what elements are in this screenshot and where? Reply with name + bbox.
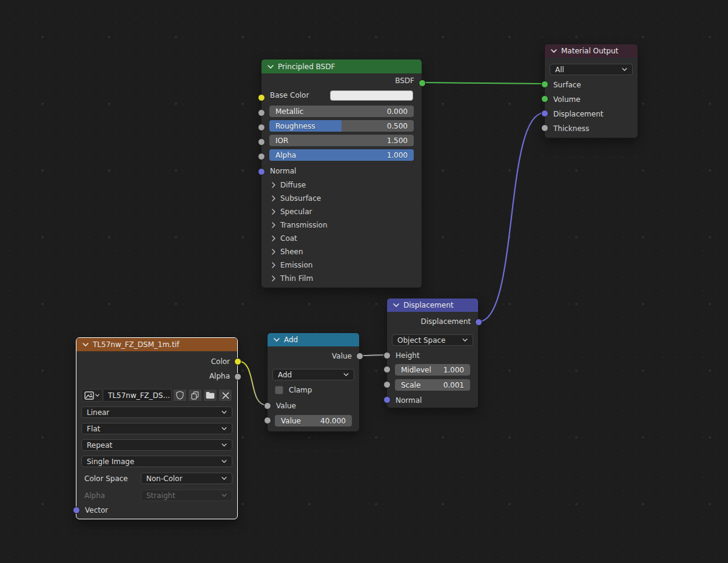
socket-normal-input[interactable]: [383, 396, 391, 403]
chevron-right-icon: [272, 195, 275, 201]
wire-math-to-height[interactable]: [360, 355, 386, 356]
color-space-dropdown[interactable]: Non-Color: [141, 473, 232, 484]
panel-subsurface[interactable]: Subsurface: [261, 192, 422, 205]
alpha-slider[interactable]: Alpha 1.000: [269, 149, 414, 161]
duplicate-button[interactable]: [188, 389, 202, 402]
socket-base-color-input[interactable]: [258, 94, 265, 101]
socket-height-input[interactable]: [383, 352, 391, 359]
chevron-down-icon: [343, 373, 349, 376]
socket-displacement-output[interactable]: [475, 319, 482, 326]
socket-roughness-input[interactable]: [258, 124, 265, 131]
socket-scale-input[interactable]: [383, 381, 391, 388]
normal-input-label: Normal: [270, 167, 296, 175]
extension-dropdown[interactable]: Repeat: [81, 439, 232, 451]
chevron-down-icon[interactable]: [83, 343, 89, 346]
socket-normal-input[interactable]: [258, 168, 265, 175]
fake-user-button[interactable]: [173, 389, 187, 402]
displacement-header[interactable]: Displacement: [387, 298, 478, 312]
panel-transmission[interactable]: Transmission: [261, 218, 422, 232]
scale-slider[interactable]: Scale 0.001: [395, 379, 470, 391]
socket-color-output[interactable]: [234, 358, 241, 365]
value-input-label: Value: [276, 402, 296, 410]
vector-input-label: Vector: [85, 506, 108, 514]
value-slider[interactable]: Value 40.000: [275, 415, 352, 426]
chevron-down-icon: [95, 394, 99, 397]
chevron-down-icon[interactable]: [268, 65, 274, 69]
chevron-down-icon: [462, 339, 468, 342]
bsdf-output-label: BSDF: [395, 76, 414, 85]
panel-emission[interactable]: Emission: [261, 258, 422, 272]
displacement-space-dropdown[interactable]: Object Space: [392, 334, 473, 346]
base-color-swatch[interactable]: [330, 90, 413, 101]
chevron-down-icon: [221, 460, 227, 463]
socket-midlevel-input[interactable]: [383, 366, 391, 373]
displacement-output-label: Displacement: [421, 317, 471, 326]
node-math-add[interactable]: Add Value Add Clamp Value Value 40.000: [267, 332, 360, 432]
interpolation-dropdown[interactable]: Linear: [81, 406, 232, 418]
socket-value2-input[interactable]: [264, 417, 271, 424]
node-image-texture[interactable]: TL57nw_FZ_DSM_1m.tif Color Alpha TL57nw_…: [76, 337, 238, 519]
socket-alpha-input[interactable]: [258, 153, 265, 160]
wire-displacement-to-output[interactable]: [479, 113, 544, 322]
panel-thin-film[interactable]: Thin Film: [261, 272, 422, 285]
panel-specular[interactable]: Specular: [261, 205, 422, 218]
wire-color-to-math-value[interactable]: [238, 361, 267, 405]
socket-volume-input[interactable]: [541, 95, 548, 103]
roughness-slider[interactable]: Roughness 0.500: [269, 120, 414, 132]
math-add-header[interactable]: Add: [268, 333, 359, 346]
unlink-button[interactable]: [218, 389, 232, 402]
alpha-output-label: Alpha: [209, 372, 230, 380]
principled-bsdf-header[interactable]: Principled BSDF: [261, 59, 422, 73]
chevron-right-icon: [272, 182, 275, 188]
clamp-checkbox[interactable]: [275, 386, 283, 394]
midlevel-slider[interactable]: Midlevel 1.000: [395, 364, 470, 376]
panel-diffuse[interactable]: Diffuse: [261, 178, 422, 192]
panel-coat[interactable]: Coat: [261, 232, 422, 245]
displacement-input-label: Displacement: [553, 110, 604, 118]
panel-sheen[interactable]: Sheen: [261, 245, 422, 258]
chevron-down-icon[interactable]: [393, 303, 399, 307]
socket-displacement-input[interactable]: [541, 110, 548, 117]
value-slider-value: 40.000: [320, 417, 346, 425]
chevron-down-icon[interactable]: [274, 338, 280, 342]
chevron-down-icon: [221, 411, 227, 414]
chevron-down-icon[interactable]: [551, 49, 557, 53]
node-title: TL57nw_FZ_DSM_1m.tif: [93, 340, 179, 349]
socket-value-output[interactable]: [356, 352, 363, 360]
projection-dropdown[interactable]: Flat: [81, 423, 232, 434]
socket-metallic-input[interactable]: [258, 109, 265, 116]
source-dropdown[interactable]: Single Image: [81, 456, 232, 467]
chevron-right-icon: [272, 249, 275, 255]
ior-label: IOR: [275, 137, 288, 145]
socket-vector-input[interactable]: [73, 507, 80, 514]
ior-value: 1.500: [387, 137, 408, 145]
image-name-field[interactable]: TL57nw_FZ_DS...: [104, 389, 172, 402]
chevron-right-icon: [272, 209, 275, 215]
image-texture-header[interactable]: TL57nw_FZ_DSM_1m.tif: [76, 338, 237, 351]
image-browse-button[interactable]: [81, 389, 103, 402]
chevron-down-icon: [221, 427, 227, 430]
socket-alpha-output[interactable]: [234, 373, 241, 380]
node-material-output[interactable]: Material Output All Surface Volume Displ…: [544, 44, 638, 138]
socket-ior-input[interactable]: [258, 138, 265, 146]
node-displacement[interactable]: Displacement Displacement Object Space H…: [386, 298, 479, 408]
socket-bsdf-output[interactable]: [419, 79, 426, 87]
open-image-button[interactable]: [203, 389, 217, 402]
socket-value1-input[interactable]: [264, 402, 271, 410]
node-principled-bsdf[interactable]: Principled BSDF BSDF Base Color Metallic…: [261, 59, 422, 288]
math-operation-dropdown[interactable]: Add: [272, 369, 354, 380]
node-editor-canvas[interactable]: { "colors": { "bg": "#1d1d1d", "node-bg"…: [0, 0, 728, 563]
copy-icon: [191, 391, 199, 400]
metallic-slider[interactable]: Metallic 0.000: [269, 106, 414, 117]
socket-thickness-input[interactable]: [541, 124, 548, 132]
wire-bsdf-to-surface[interactable]: [423, 83, 544, 84]
midlevel-label: Midlevel: [401, 366, 431, 374]
alpha-mode-dropdown[interactable]: Straight: [141, 490, 232, 501]
ior-slider[interactable]: IOR 1.500: [269, 135, 414, 146]
output-target-dropdown[interactable]: All: [550, 64, 633, 75]
node-title: Displacement: [403, 301, 454, 309]
roughness-value: 0.500: [387, 122, 408, 130]
socket-surface-input[interactable]: [541, 81, 548, 88]
roughness-label: Roughness: [275, 122, 315, 130]
material-output-header[interactable]: Material Output: [545, 44, 638, 58]
